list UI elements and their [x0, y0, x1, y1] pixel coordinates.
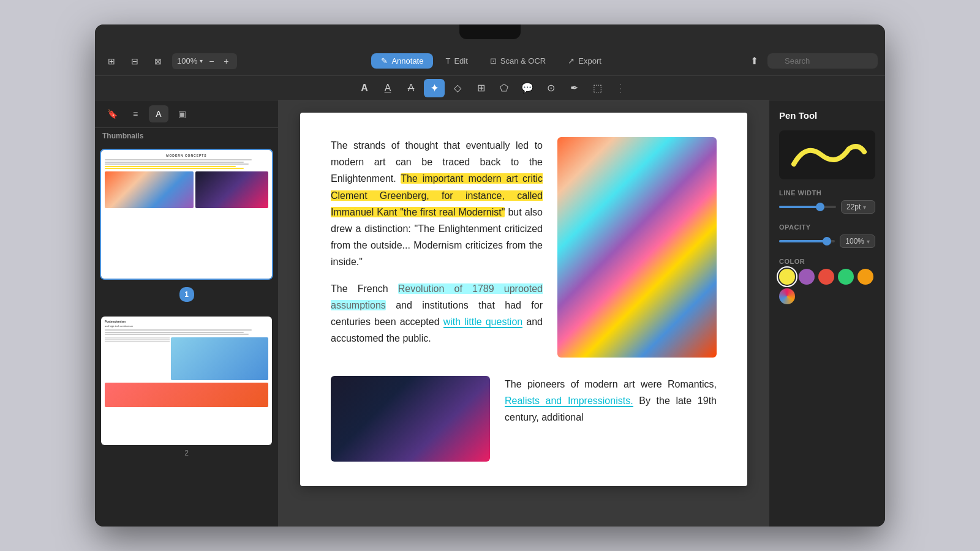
eraser-button[interactable]: ◇	[447, 79, 468, 97]
shape-button[interactable]: ⬠	[494, 79, 514, 97]
scan-icon: ⊡	[490, 56, 497, 66]
line-width-value: 22pt ▾	[841, 200, 875, 214]
sidebar-toggle-button[interactable]: ⊞	[102, 53, 121, 70]
sidebar-page-tab[interactable]: ▣	[172, 105, 192, 122]
page-text: The strands of thought that eventually l…	[331, 137, 543, 358]
color-section: COLOR	[779, 258, 875, 304]
pen-tool-title: Pen Tool	[779, 110, 875, 121]
page-content: The strands of thought that eventually l…	[331, 137, 717, 358]
chevron-icon: ▾	[863, 204, 866, 211]
page-bottom: The pioneers of modern art were Romantic…	[331, 376, 717, 462]
app-window: ⊞ ⊟ ⊠ 100% ▾ − + ✎ Annotate T Edit ⊡ Sca…	[95, 24, 885, 527]
tab-edit[interactable]: T Edit	[435, 53, 477, 69]
opacity-slider[interactable]	[779, 240, 835, 242]
edit-icon: T	[445, 56, 450, 66]
search-wrapper: 🔍	[767, 53, 878, 69]
opacity-value: 100% ▾	[840, 234, 875, 248]
share-button[interactable]: ⬆	[745, 53, 763, 70]
pen-stroke-preview	[788, 137, 867, 173]
color-palette	[779, 269, 875, 304]
zoom-value: 100%	[177, 56, 197, 66]
thumbnail-page-1[interactable]: MODERN CONCEPTS	[100, 149, 273, 305]
tab-edit-label: Edit	[454, 56, 467, 66]
underline-cyan-1: with little question	[443, 317, 523, 328]
bottom-paragraph: The pioneers of modern art were Romantic…	[505, 376, 717, 426]
split-view-button[interactable]: ⊠	[149, 53, 167, 70]
image-gradient	[557, 137, 717, 358]
document-page: The strands of thought that eventually l…	[300, 113, 747, 486]
toolbar-left: ⊞ ⊟ ⊠ 100% ▾ − +	[102, 53, 237, 70]
text-style-a-button[interactable]: A	[354, 79, 375, 97]
thumb2-title2: and high-tech architecture	[105, 324, 268, 328]
tab-export[interactable]: ↗ Export	[558, 53, 611, 69]
pen-preview	[779, 130, 875, 179]
sidebar-list-tab[interactable]: ≡	[126, 105, 145, 122]
highlight-button[interactable]: ✦	[424, 79, 445, 97]
highlight-yellow-1: The important modern art critic Clement …	[331, 173, 543, 217]
color-purple[interactable]	[799, 269, 815, 285]
color-red[interactable]	[818, 269, 834, 285]
title-bar	[95, 24, 885, 47]
color-label: COLOR	[779, 258, 875, 265]
thumb2-title1: Postmodernism	[105, 320, 268, 323]
opacity-thumb[interactable]	[823, 237, 831, 246]
page-image-right	[557, 137, 717, 358]
vertical-ellipsis-icon[interactable]: ⋮	[615, 81, 626, 95]
text-underline-button[interactable]: A	[377, 79, 398, 97]
chevron-down-icon: ▾	[200, 58, 203, 64]
line-width-slider[interactable]	[779, 206, 836, 208]
comment-button[interactable]: 💬	[517, 79, 538, 97]
line-width-fill	[779, 206, 820, 208]
sidebar-bookmark-tab[interactable]: 🔖	[102, 105, 122, 122]
sidebar-tabs: 🔖 ≡ A ▣	[95, 100, 278, 128]
thumbnail-frame-1: MODERN CONCEPTS	[100, 149, 273, 280]
bottom-text: The pioneers of modern art were Romantic…	[505, 376, 717, 462]
text-strikethrough-button[interactable]: A	[401, 79, 421, 97]
page-2-number: 2	[100, 449, 273, 457]
thumbnails-list[interactable]: MODERN CONCEPTS	[95, 144, 278, 527]
selection-button[interactable]: ⬚	[587, 79, 608, 97]
thumbnail-img-1: MODERN CONCEPTS	[101, 150, 272, 279]
bottom-image	[331, 376, 490, 462]
realists-highlight: Realists and Impressionists.	[505, 395, 633, 407]
signature-button[interactable]: ✒	[564, 79, 584, 97]
highlight-cyan-1: Revolution of 1789 uprooted assumptions	[331, 283, 543, 310]
document-area[interactable]: The strands of thought that eventually l…	[279, 100, 769, 527]
zoom-increase-button[interactable]: +	[220, 55, 232, 67]
opacity-fill	[779, 240, 827, 242]
annotate-icon: ✎	[381, 56, 388, 66]
tab-export-label: Export	[578, 56, 601, 66]
thumbnails-label: Thumbnails	[95, 128, 278, 144]
main-content: 🔖 ≡ A ▣ Thumbnails MODERN CONCEPTS	[95, 100, 885, 527]
color-multicolor[interactable]	[779, 288, 795, 304]
opacity-row: 100% ▾	[779, 234, 875, 248]
annotation-toolbar: A A A ✦ ◇ ⊞ ⬠ 💬 ⊙ ✒ ⬚ ⋮	[95, 76, 885, 100]
paragraph-2: The French Revolution of 1789 uprooted a…	[331, 280, 543, 347]
tab-scan-ocr[interactable]: ⊡ Scan & OCR	[480, 53, 556, 69]
zoom-decrease-button[interactable]: −	[205, 55, 217, 67]
color-yellow[interactable]	[779, 269, 795, 285]
tab-annotate-label: Annotate	[391, 56, 423, 66]
sidebar-thumbnails-tab[interactable]: A	[149, 105, 168, 122]
thumb1-image-gradient	[105, 171, 194, 208]
thumbnail-frame-2: Postmodernism and high-tech architecture	[100, 315, 273, 446]
grid-view-button[interactable]: ⊟	[126, 53, 144, 70]
line-width-label: LINE WIDTH	[779, 189, 875, 197]
paragraph-1: The strands of thought that eventually l…	[331, 137, 543, 271]
color-orange[interactable]	[858, 269, 873, 285]
color-green[interactable]	[838, 269, 854, 285]
thumbnail-page-2[interactable]: Postmodernism and high-tech architecture	[100, 315, 273, 457]
opacity-label: OPACITY	[779, 223, 875, 231]
line-width-thumb[interactable]	[816, 203, 824, 211]
toolbar-tabs: ✎ Annotate T Edit ⊡ Scan & OCR ↗ Export	[242, 53, 741, 69]
thumb1-title: MODERN CONCEPTS	[105, 154, 268, 157]
search-input[interactable]	[767, 53, 878, 69]
export-icon: ↗	[568, 56, 575, 66]
tab-scan-label: Scan & OCR	[500, 56, 546, 66]
textbox-button[interactable]: ⊞	[470, 79, 491, 97]
stamp-button[interactable]: ⊙	[540, 79, 561, 97]
thumbnail-img-2: Postmodernism and high-tech architecture	[101, 317, 272, 445]
line-width-section: LINE WIDTH 22pt ▾	[779, 189, 875, 214]
tab-annotate[interactable]: ✎ Annotate	[371, 53, 433, 69]
sidebar: 🔖 ≡ A ▣ Thumbnails MODERN CONCEPTS	[95, 100, 279, 527]
